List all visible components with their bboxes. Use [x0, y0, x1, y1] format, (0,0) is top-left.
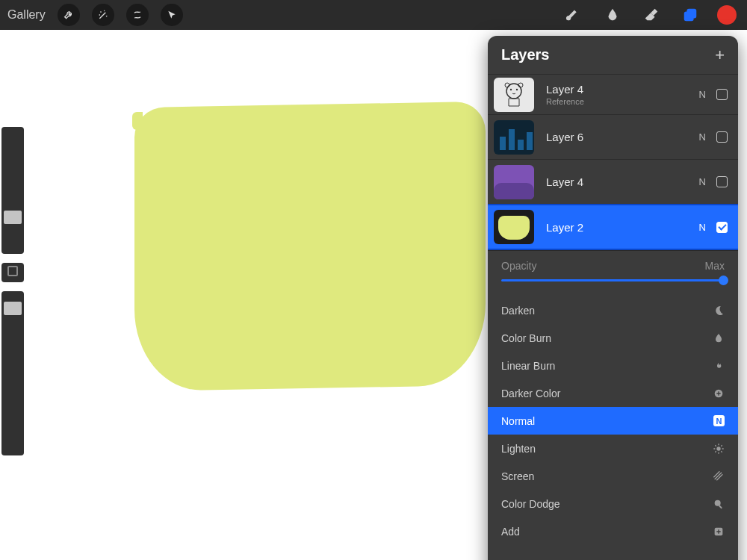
bear-icon	[501, 81, 527, 109]
svg-rect-1	[686, 9, 696, 19]
blend-mode-color-dodge[interactable]: Color Dodge	[488, 490, 738, 517]
visibility-checkbox[interactable]	[716, 89, 728, 100]
gallery-button[interactable]: Gallery	[6, 8, 52, 22]
brush-size-slider[interactable]	[1, 127, 24, 254]
blend-label: Add	[501, 526, 520, 538]
brush-button[interactable]	[562, 3, 586, 27]
blend-label: Darken	[501, 305, 535, 317]
blend-label: Normal	[501, 415, 535, 427]
wand-icon	[97, 9, 109, 21]
svg-point-2	[506, 84, 521, 99]
blend-label: Screen	[501, 470, 534, 482]
plus-square-icon	[713, 526, 725, 538]
blend-mode-lighten[interactable]: Lighten	[488, 435, 738, 462]
layer-thumbnail	[494, 78, 534, 112]
slider-thumb[interactable]	[719, 276, 728, 285]
layer-text: Layer 4	[546, 175, 699, 188]
smudge-icon	[604, 7, 621, 23]
blend-mode-add[interactable]: Add	[488, 517, 738, 545]
plus-circle-icon	[713, 388, 725, 399]
hatch-icon	[713, 470, 725, 482]
blend-label: Darker Color	[501, 388, 560, 399]
opacity-label: Opacity	[501, 260, 536, 272]
smudge-button[interactable]	[601, 3, 624, 27]
color-swatch[interactable]	[717, 5, 737, 25]
svg-point-9	[715, 500, 721, 505]
layer-row[interactable]: Layer 6 N	[488, 114, 738, 159]
magnifier-icon	[713, 498, 725, 510]
add-layer-button[interactable]: +	[715, 47, 725, 63]
layer-text: Layer 4 Reference	[546, 83, 699, 106]
panel-title: Layers	[501, 46, 550, 63]
layer-name: Layer 2	[546, 221, 699, 234]
blend-mode-indicator[interactable]: N	[699, 131, 706, 143]
drop-icon	[713, 332, 725, 344]
visibility-checkbox[interactable]	[716, 176, 728, 187]
layer-row[interactable]: Layer 4 Reference N	[488, 74, 738, 114]
layer-thumbnail	[494, 120, 534, 155]
slider-thumb[interactable]	[4, 302, 22, 315]
layer-name: Layer 4	[546, 175, 699, 188]
svg-point-6	[516, 88, 518, 90]
layer-subtitle: Reference	[546, 97, 699, 106]
blend-mode-darken[interactable]: Darken	[488, 296, 738, 324]
layer-name: Layer 4	[546, 83, 699, 96]
canvas-shape	[134, 102, 486, 391]
blend-mode-normal[interactable]: Normal N	[488, 407, 738, 435]
toolbar: Gallery	[0, 0, 747, 30]
blend-mode-indicator[interactable]: N	[699, 89, 706, 100]
modify-square-button[interactable]	[1, 263, 24, 282]
blend-label: Color Burn	[501, 332, 551, 344]
layers-icon	[682, 7, 698, 23]
selection-button[interactable]	[126, 4, 149, 26]
svg-rect-10	[719, 505, 722, 508]
n-badge-icon: N	[713, 415, 725, 426]
sun-icon	[713, 443, 725, 455]
blend-label: Linear Burn	[501, 360, 555, 372]
brush-opacity-slider[interactable]	[1, 291, 24, 455]
layer-row[interactable]: Layer 4 N	[488, 159, 738, 204]
layers-button[interactable]	[678, 3, 702, 27]
wand-button[interactable]	[92, 4, 114, 26]
blend-label: Lighten	[501, 443, 536, 455]
square-icon	[7, 266, 18, 276]
svg-point-8	[716, 447, 720, 450]
blend-mode-color-burn[interactable]: Color Burn	[488, 324, 738, 352]
svg-point-5	[510, 88, 512, 90]
visibility-checkbox[interactable]	[716, 222, 728, 233]
blend-mode-indicator[interactable]: N	[699, 222, 706, 233]
layers-panel: Layers + Layer 4 Reference N Layer 6 N L…	[488, 36, 738, 560]
layer-thumbnail	[494, 210, 534, 244]
cursor-icon	[166, 9, 178, 21]
opacity-section: Opacity Max	[488, 250, 738, 286]
eraser-icon	[643, 7, 660, 23]
blend-mode-darker-color[interactable]: Darker Color	[488, 379, 738, 407]
layer-text: Layer 6	[546, 131, 699, 143]
blend-mode-indicator[interactable]: N	[699, 176, 706, 187]
blend-mode-screen[interactable]: Screen	[488, 462, 738, 490]
opacity-slider[interactable]	[501, 279, 725, 281]
layer-text: Layer 2	[546, 221, 699, 234]
slider-thumb[interactable]	[4, 211, 22, 224]
layer-row-selected[interactable]: Layer 2 N	[488, 204, 738, 250]
visibility-checkbox[interactable]	[716, 131, 728, 143]
flame-icon	[713, 360, 725, 372]
blend-label: Color Dodge	[501, 498, 560, 510]
brush-icon	[565, 7, 582, 23]
transform-button[interactable]	[161, 4, 183, 26]
blend-mode-linear-burn[interactable]: Linear Burn	[488, 352, 738, 379]
layer-name: Layer 6	[546, 131, 699, 143]
adjustments-button[interactable]	[58, 4, 80, 26]
eraser-button[interactable]	[639, 3, 663, 27]
moon-icon	[713, 305, 725, 317]
panel-header: Layers +	[488, 36, 738, 74]
wrench-icon	[63, 9, 75, 21]
opacity-value: Max	[705, 260, 725, 272]
layer-thumbnail	[494, 165, 534, 199]
app-root: Gallery	[0, 0, 747, 560]
s-curve-icon	[131, 9, 143, 21]
